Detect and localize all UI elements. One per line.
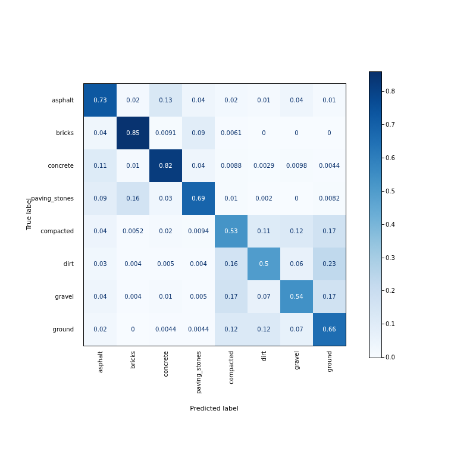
heatmap-cell: 0.66 <box>313 313 346 346</box>
x-tick-label: compacted <box>227 351 234 384</box>
heatmap-cell: 0.11 <box>84 149 117 182</box>
y-axis-label: True label <box>25 198 33 230</box>
heatmap-cell: 0.004 <box>182 248 215 280</box>
heatmap-cell: 0.23 <box>313 248 346 280</box>
heatmap-cell: 0.005 <box>149 248 182 280</box>
heatmap-cell: 0.02 <box>117 84 149 117</box>
y-tick-label: concrete <box>0 162 77 168</box>
colorbar-tick-label: 0.8 <box>386 88 395 95</box>
heatmap-cell: 0.002 <box>248 182 280 215</box>
heatmap-cell: 0.06 <box>280 248 313 280</box>
heatmap-cell: 0.17 <box>313 280 346 313</box>
heatmap-cell: 0.0098 <box>280 149 313 182</box>
heatmap-cell: 0.0044 <box>313 149 346 182</box>
heatmap-cell: 0.04 <box>84 117 117 149</box>
y-tick-label: paving_stones <box>0 195 77 201</box>
heatmap-cell: 0.5 <box>248 248 280 280</box>
heatmap-cell: 0.04 <box>182 149 215 182</box>
heatmap-cell: 0.13 <box>149 84 182 117</box>
heatmap-cell: 0.005 <box>182 280 215 313</box>
colorbar-tick-label: 0.2 <box>386 287 395 294</box>
heatmap-cell: 0.53 <box>215 215 248 248</box>
colorbar-tick-label: 0.5 <box>386 187 395 194</box>
heatmap-cell: 0.004 <box>117 248 149 280</box>
heatmap-cell: 0.01 <box>215 182 248 215</box>
heatmap-cell: 0.82 <box>149 149 182 182</box>
heatmap-cell: 0.0052 <box>117 215 149 248</box>
heatmap-cell: 0.0044 <box>182 313 215 346</box>
heatmap-cell: 0.17 <box>313 215 346 248</box>
colorbar-tick-label: 0.4 <box>386 221 395 227</box>
heatmap-cell: 0.0091 <box>149 117 182 149</box>
x-tick-label: asphalt <box>96 351 103 373</box>
y-tick-label: asphalt <box>0 96 77 103</box>
heatmap-cell: 0.16 <box>215 248 248 280</box>
y-tick-label: gravel <box>0 293 77 299</box>
y-tick-label: ground <box>0 325 77 332</box>
heatmap-cell: 0.0044 <box>149 313 182 346</box>
x-tick-label: dirt <box>260 351 267 361</box>
y-tick-label: dirt <box>0 260 77 267</box>
heatmap-cell: 0.01 <box>117 149 149 182</box>
heatmap-cell: 0.0082 <box>313 182 346 215</box>
x-tick-label: paving_stones <box>195 351 201 394</box>
heatmap-cell: 0 <box>248 117 280 149</box>
heatmap-cell: 0.09 <box>84 182 117 215</box>
heatmap-cell: 0 <box>117 313 149 346</box>
x-tick-label: bricks <box>129 351 136 369</box>
heatmap-cell: 0.11 <box>248 215 280 248</box>
heatmap-cell: 0.12 <box>248 313 280 346</box>
x-tick-label: ground <box>325 351 332 372</box>
heatmap-cell: 0.85 <box>117 117 149 149</box>
x-axis-label: Predicted label <box>190 405 239 412</box>
heatmap-cell: 0.07 <box>248 280 280 313</box>
heatmap-cell: 0.09 <box>182 117 215 149</box>
y-tick-label: compacted <box>0 227 77 234</box>
x-tick-label: gravel <box>293 351 299 369</box>
heatmap-cell: 0.03 <box>149 182 182 215</box>
heatmap-cell: 0.69 <box>182 182 215 215</box>
heatmap-cell: 0 <box>313 117 346 149</box>
colorbar-tick-label: 0.3 <box>386 254 395 261</box>
heatmap-cell: 0.0029 <box>248 149 280 182</box>
heatmap-cell: 0.0088 <box>215 149 248 182</box>
x-tick-label: concrete <box>162 351 168 377</box>
heatmap-cell: 0.04 <box>84 280 117 313</box>
heatmap-cell: 0.07 <box>280 313 313 346</box>
heatmap-cell: 0.02 <box>84 313 117 346</box>
heatmap-cell: 0.0061 <box>215 117 248 149</box>
heatmap-cell: 0.04 <box>280 84 313 117</box>
heatmap-cell: 0.01 <box>248 84 280 117</box>
heatmap-cell: 0.03 <box>84 248 117 280</box>
heatmap-cell: 0.17 <box>215 280 248 313</box>
heatmap-cell: 0.54 <box>280 280 313 313</box>
colorbar-tick-label: 0.1 <box>386 321 395 327</box>
y-tick-label: bricks <box>0 129 77 136</box>
confusion-matrix-heatmap: 0.730.020.130.040.020.010.040.010.040.85… <box>83 83 346 346</box>
colorbar-tick-label: 0.0 <box>386 354 395 361</box>
colorbar <box>369 71 382 358</box>
colorbar-tick-label: 0.7 <box>386 121 395 128</box>
heatmap-cell: 0.0094 <box>182 215 215 248</box>
heatmap-cell: 0 <box>280 117 313 149</box>
heatmap-cell: 0 <box>280 182 313 215</box>
heatmap-cell: 0.16 <box>117 182 149 215</box>
heatmap-cell: 0.004 <box>117 280 149 313</box>
heatmap-cell: 0.02 <box>149 215 182 248</box>
heatmap-cell: 0.12 <box>280 215 313 248</box>
heatmap-cell: 0.01 <box>149 280 182 313</box>
colorbar-tick-label: 0.6 <box>386 155 395 161</box>
heatmap-cell: 0.02 <box>215 84 248 117</box>
heatmap-cell: 0.01 <box>313 84 346 117</box>
heatmap-cell: 0.12 <box>215 313 248 346</box>
heatmap-cell: 0.04 <box>84 215 117 248</box>
heatmap-cell: 0.04 <box>182 84 215 117</box>
heatmap-cell: 0.73 <box>84 84 117 117</box>
